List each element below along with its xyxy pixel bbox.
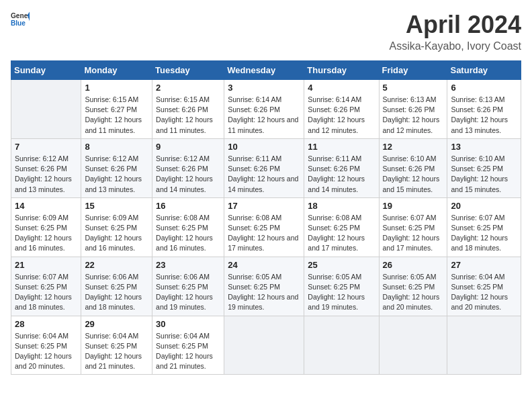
- day-number: 6: [451, 83, 517, 93]
- calendar-cell: 26Sunrise: 6:05 AMSunset: 6:25 PMDayligh…: [379, 257, 447, 316]
- day-info: Sunrise: 6:11 AMSunset: 6:26 PMDaylight:…: [228, 154, 300, 195]
- day-number: 7: [15, 142, 77, 152]
- calendar-cell: 8Sunrise: 6:12 AMSunset: 6:26 PMDaylight…: [81, 138, 152, 197]
- day-info: Sunrise: 6:14 AMSunset: 6:26 PMDaylight:…: [228, 95, 300, 136]
- calendar-cell: 4Sunrise: 6:14 AMSunset: 6:26 PMDaylight…: [304, 80, 379, 139]
- calendar-cell: 28Sunrise: 6:04 AMSunset: 6:25 PMDayligh…: [11, 316, 81, 375]
- day-number: 26: [383, 260, 444, 270]
- day-info: Sunrise: 6:09 AMSunset: 6:25 PMDaylight:…: [85, 213, 148, 254]
- day-info: Sunrise: 6:08 AMSunset: 6:25 PMDaylight:…: [228, 213, 300, 254]
- calendar-cell: 14Sunrise: 6:09 AMSunset: 6:25 PMDayligh…: [11, 197, 81, 257]
- calendar-cell: 30Sunrise: 6:04 AMSunset: 6:25 PMDayligh…: [152, 316, 224, 375]
- calendar-cell: 1Sunrise: 6:15 AMSunset: 6:27 PMDaylight…: [81, 80, 152, 139]
- day-number: 5: [383, 83, 444, 93]
- day-number: 22: [85, 260, 148, 270]
- day-info: Sunrise: 6:06 AMSunset: 6:25 PMDaylight:…: [85, 272, 148, 313]
- day-info: Sunrise: 6:04 AMSunset: 6:25 PMDaylight:…: [15, 331, 77, 372]
- week-row-3: 14Sunrise: 6:09 AMSunset: 6:25 PMDayligh…: [11, 197, 521, 257]
- col-header-wednesday: Wednesday: [224, 61, 304, 80]
- header: General Blue April 2024 Assika-Kayabo, I…: [11, 11, 521, 52]
- day-info: Sunrise: 6:13 AMSunset: 6:26 PMDaylight:…: [451, 95, 517, 136]
- calendar-cell: 10Sunrise: 6:11 AMSunset: 6:26 PMDayligh…: [224, 138, 304, 197]
- week-row-2: 7Sunrise: 6:12 AMSunset: 6:26 PMDaylight…: [11, 138, 521, 197]
- calendar-cell: 27Sunrise: 6:04 AMSunset: 6:25 PMDayligh…: [447, 257, 521, 316]
- header-row: SundayMondayTuesdayWednesdayThursdayFrid…: [11, 61, 521, 80]
- calendar-cell: 3Sunrise: 6:14 AMSunset: 6:26 PMDaylight…: [224, 80, 304, 139]
- day-info: Sunrise: 6:12 AMSunset: 6:26 PMDaylight:…: [85, 154, 148, 195]
- col-header-sunday: Sunday: [11, 61, 81, 80]
- col-header-tuesday: Tuesday: [152, 61, 224, 80]
- calendar-cell: 16Sunrise: 6:08 AMSunset: 6:25 PMDayligh…: [152, 197, 224, 257]
- day-number: 19: [383, 201, 444, 211]
- day-info: Sunrise: 6:05 AMSunset: 6:25 PMDaylight:…: [383, 272, 444, 313]
- day-info: Sunrise: 6:04 AMSunset: 6:25 PMDaylight:…: [156, 331, 220, 372]
- day-number: 10: [228, 142, 300, 152]
- calendar-title: April 2024: [389, 11, 521, 39]
- calendar-cell: 11Sunrise: 6:11 AMSunset: 6:26 PMDayligh…: [304, 138, 379, 197]
- calendar-cell: 12Sunrise: 6:10 AMSunset: 6:26 PMDayligh…: [379, 138, 447, 197]
- day-number: 23: [156, 260, 220, 270]
- day-number: 2: [156, 83, 220, 93]
- day-info: Sunrise: 6:13 AMSunset: 6:26 PMDaylight:…: [383, 95, 444, 136]
- day-number: 13: [451, 142, 517, 152]
- day-info: Sunrise: 6:09 AMSunset: 6:25 PMDaylight:…: [15, 213, 77, 254]
- calendar-cell: 6Sunrise: 6:13 AMSunset: 6:26 PMDaylight…: [447, 80, 521, 139]
- calendar-cell: 24Sunrise: 6:05 AMSunset: 6:25 PMDayligh…: [224, 257, 304, 316]
- title-area: April 2024 Assika-Kayabo, Ivory Coast: [389, 11, 521, 52]
- calendar-cell: 19Sunrise: 6:07 AMSunset: 6:25 PMDayligh…: [379, 197, 447, 257]
- calendar-cell: [304, 316, 379, 375]
- calendar-table: SundayMondayTuesdayWednesdayThursdayFrid…: [11, 60, 521, 375]
- calendar-cell: 7Sunrise: 6:12 AMSunset: 6:26 PMDaylight…: [11, 138, 81, 197]
- day-number: 30: [156, 319, 220, 329]
- calendar-cell: 20Sunrise: 6:07 AMSunset: 6:25 PMDayligh…: [447, 197, 521, 257]
- day-number: 12: [383, 142, 444, 152]
- calendar-cell: 17Sunrise: 6:08 AMSunset: 6:25 PMDayligh…: [224, 197, 304, 257]
- day-info: Sunrise: 6:12 AMSunset: 6:26 PMDaylight:…: [156, 154, 220, 195]
- calendar-cell: [379, 316, 447, 375]
- day-number: 20: [451, 201, 517, 211]
- day-info: Sunrise: 6:15 AMSunset: 6:27 PMDaylight:…: [85, 95, 148, 136]
- day-number: 18: [308, 201, 375, 211]
- calendar-cell: 13Sunrise: 6:10 AMSunset: 6:25 PMDayligh…: [447, 138, 521, 197]
- day-info: Sunrise: 6:06 AMSunset: 6:25 PMDaylight:…: [156, 272, 220, 313]
- calendar-cell: 22Sunrise: 6:06 AMSunset: 6:25 PMDayligh…: [81, 257, 152, 316]
- calendar-cell: [224, 316, 304, 375]
- day-info: Sunrise: 6:11 AMSunset: 6:26 PMDaylight:…: [308, 154, 375, 195]
- week-row-1: 1Sunrise: 6:15 AMSunset: 6:27 PMDaylight…: [11, 80, 521, 139]
- day-number: 25: [308, 260, 375, 270]
- calendar-cell: 29Sunrise: 6:04 AMSunset: 6:25 PMDayligh…: [81, 316, 152, 375]
- day-info: Sunrise: 6:14 AMSunset: 6:26 PMDaylight:…: [308, 95, 375, 136]
- day-info: Sunrise: 6:08 AMSunset: 6:25 PMDaylight:…: [156, 213, 220, 254]
- calendar-cell: 15Sunrise: 6:09 AMSunset: 6:25 PMDayligh…: [81, 197, 152, 257]
- svg-text:Blue: Blue: [11, 19, 26, 27]
- calendar-cell: 9Sunrise: 6:12 AMSunset: 6:26 PMDaylight…: [152, 138, 224, 197]
- day-number: 9: [156, 142, 220, 152]
- calendar-subtitle: Assika-Kayabo, Ivory Coast: [389, 40, 521, 52]
- day-info: Sunrise: 6:08 AMSunset: 6:25 PMDaylight:…: [308, 213, 375, 254]
- calendar-cell: [447, 316, 521, 375]
- calendar-cell: 25Sunrise: 6:05 AMSunset: 6:25 PMDayligh…: [304, 257, 379, 316]
- day-number: 24: [228, 260, 300, 270]
- day-number: 3: [228, 83, 300, 93]
- day-info: Sunrise: 6:04 AMSunset: 6:25 PMDaylight:…: [85, 331, 148, 372]
- day-number: 21: [15, 260, 77, 270]
- day-number: 1: [85, 83, 148, 93]
- svg-text:General: General: [11, 12, 30, 19]
- calendar-cell: 2Sunrise: 6:15 AMSunset: 6:26 PMDaylight…: [152, 80, 224, 139]
- logo: General Blue: [11, 11, 30, 30]
- generalblue-logo-icon: General Blue: [11, 11, 30, 30]
- calendar-cell: 5Sunrise: 6:13 AMSunset: 6:26 PMDaylight…: [379, 80, 447, 139]
- day-number: 14: [15, 201, 77, 211]
- day-info: Sunrise: 6:07 AMSunset: 6:25 PMDaylight:…: [451, 213, 517, 254]
- day-number: 28: [15, 319, 77, 329]
- day-number: 17: [228, 201, 300, 211]
- col-header-monday: Monday: [81, 61, 152, 80]
- day-info: Sunrise: 6:10 AMSunset: 6:26 PMDaylight:…: [383, 154, 444, 195]
- day-info: Sunrise: 6:10 AMSunset: 6:25 PMDaylight:…: [451, 154, 517, 195]
- day-number: 8: [85, 142, 148, 152]
- calendar-cell: 21Sunrise: 6:07 AMSunset: 6:25 PMDayligh…: [11, 257, 81, 316]
- day-info: Sunrise: 6:07 AMSunset: 6:25 PMDaylight:…: [15, 272, 77, 313]
- day-number: 4: [308, 83, 375, 93]
- day-info: Sunrise: 6:15 AMSunset: 6:26 PMDaylight:…: [156, 95, 220, 136]
- day-info: Sunrise: 6:07 AMSunset: 6:25 PMDaylight:…: [383, 213, 444, 254]
